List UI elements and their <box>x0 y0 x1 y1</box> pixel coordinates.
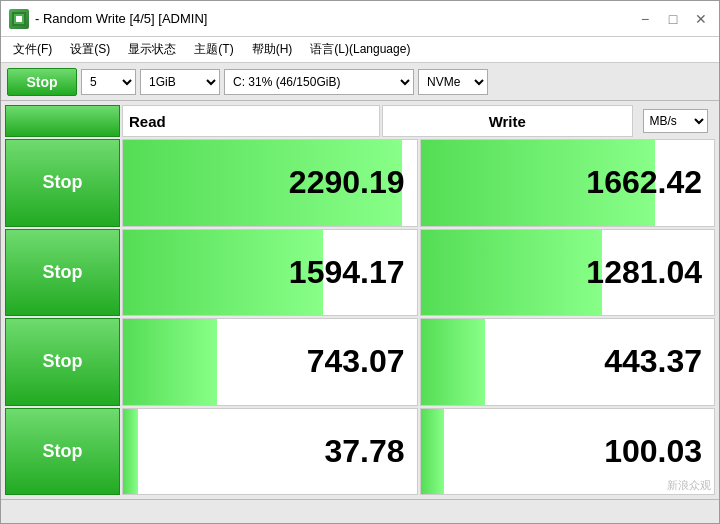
bench-row-1: Stop 2290.19 1662.42 <box>5 139 715 227</box>
menu-bar: 文件(F) 设置(S) 显示状态 主题(T) 帮助(H) 语言(L)(Langu… <box>1 37 719 63</box>
menu-settings[interactable]: 设置(S) <box>62 39 118 60</box>
write-value-2: 1281.04 <box>420 229 716 317</box>
stop-cell-1: Stop <box>5 139 120 227</box>
status-bar <box>1 499 719 523</box>
read-value-3: 743.07 <box>122 318 418 406</box>
write-value-1: 1662.42 <box>420 139 716 227</box>
toolbar-stop-button[interactable]: Stop <box>7 68 77 96</box>
write-bar-2 <box>421 230 603 316</box>
queues-select[interactable]: 5 <box>81 69 136 95</box>
window-title: - Random Write [4/5] [ADMIN] <box>35 11 635 26</box>
menu-theme[interactable]: 主题(T) <box>186 39 241 60</box>
bench-row-4: Stop 37.78 100.03 <box>5 408 715 496</box>
title-bar: - Random Write [4/5] [ADMIN] − □ ✕ <box>1 1 719 37</box>
stop-cell-3: Stop <box>5 318 120 406</box>
stop-button-4[interactable]: Stop <box>6 409 119 495</box>
drive-select[interactable]: C: 31% (46/150GiB) <box>224 69 414 95</box>
bench-row-2: Stop 1594.17 1281.04 <box>5 229 715 317</box>
read-value-2: 1594.17 <box>122 229 418 317</box>
header-labels: Read Write MB/s <box>122 105 715 137</box>
units-select[interactable]: MB/s <box>643 109 708 133</box>
read-bar-3 <box>123 319 217 405</box>
menu-help[interactable]: 帮助(H) <box>244 39 301 60</box>
read-value-1: 2290.19 <box>122 139 418 227</box>
menu-file[interactable]: 文件(F) <box>5 39 60 60</box>
read-header: Read <box>122 105 380 137</box>
main-window: - Random Write [4/5] [ADMIN] − □ ✕ 文件(F)… <box>0 0 720 524</box>
toolbar: Stop 5 1GiB C: 31% (46/150GiB) NVMe <box>1 63 719 101</box>
stop-button-2[interactable]: Stop <box>6 230 119 316</box>
svg-rect-2 <box>16 16 22 22</box>
stop-cell-2: Stop <box>5 229 120 317</box>
maximize-button[interactable]: □ <box>663 9 683 29</box>
write-value-3: 443.37 <box>420 318 716 406</box>
header-row: Read Write MB/s <box>5 105 715 137</box>
stop-button-1[interactable]: Stop <box>6 140 119 226</box>
minimize-button[interactable]: − <box>635 9 655 29</box>
app-icon <box>9 9 29 29</box>
bench-row-3: Stop 743.07 443.37 <box>5 318 715 406</box>
read-value-4: 37.78 <box>122 408 418 496</box>
interface-select[interactable]: NVMe <box>418 69 488 95</box>
benchmark-rows: Stop 2290.19 1662.42 Stop 1594.17 <box>5 139 715 495</box>
main-content: Read Write MB/s Stop <box>1 101 719 499</box>
write-bar-3 <box>421 319 486 405</box>
header-stop-spacer <box>5 105 120 137</box>
window-controls: − □ ✕ <box>635 9 711 29</box>
watermark: 新浪众观 <box>667 478 711 493</box>
stop-cell-4: Stop <box>5 408 120 496</box>
units-cell: MB/s <box>635 105 715 137</box>
menu-display[interactable]: 显示状态 <box>120 39 184 60</box>
read-bar-4 <box>123 409 138 495</box>
write-bar-4 <box>421 409 444 495</box>
menu-language[interactable]: 语言(L)(Language) <box>302 39 418 60</box>
write-header: Write <box>382 105 634 137</box>
size-select[interactable]: 1GiB <box>140 69 220 95</box>
stop-button-3[interactable]: Stop <box>6 319 119 405</box>
close-button[interactable]: ✕ <box>691 9 711 29</box>
